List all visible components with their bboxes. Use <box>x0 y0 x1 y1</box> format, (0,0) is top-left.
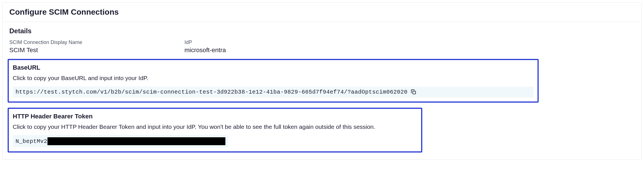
copy-icon[interactable] <box>410 89 417 95</box>
bearer-token-visible-prefix: N_beptMv2 <box>16 138 47 145</box>
bearer-token-title: HTTP Header Bearer Token <box>13 113 417 120</box>
baseurl-title: BaseURL <box>13 64 534 71</box>
details-row: SCIM Connection Display Name SCIM Test I… <box>9 39 635 54</box>
panel-body: Details SCIM Connection Display Name SCI… <box>3 22 641 159</box>
idp-value: microsoft-entra <box>184 47 360 54</box>
svg-rect-0 <box>413 91 415 94</box>
bearer-token-copy-row[interactable]: N_beptMv2 <box>13 135 228 147</box>
baseurl-copy-row[interactable]: https://test.stytch.com/v1/b2b/scim/scim… <box>13 87 534 98</box>
bearer-token-section: HTTP Header Bearer Token Click to copy y… <box>8 108 422 153</box>
display-name-label: SCIM Connection Display Name <box>9 39 184 45</box>
idp-label: IdP <box>184 39 360 45</box>
baseurl-section: BaseURL Click to copy your BaseURL and i… <box>8 59 539 103</box>
scim-config-panel: Configure SCIM Connections Details SCIM … <box>2 2 642 160</box>
panel-header: Configure SCIM Connections <box>3 3 641 22</box>
baseurl-value: https://test.stytch.com/v1/b2b/scim/scim… <box>16 89 408 95</box>
display-name-field: SCIM Connection Display Name SCIM Test <box>9 39 184 54</box>
display-name-value: SCIM Test <box>9 47 184 54</box>
baseurl-description: Click to copy your BaseURL and input int… <box>13 74 534 83</box>
details-section-title: Details <box>9 27 635 35</box>
bearer-token-description: Click to copy your HTTP Header Bearer To… <box>13 122 417 131</box>
bearer-token-redacted <box>47 137 225 145</box>
idp-field: IdP microsoft-entra <box>184 39 360 54</box>
panel-title: Configure SCIM Connections <box>9 8 635 17</box>
